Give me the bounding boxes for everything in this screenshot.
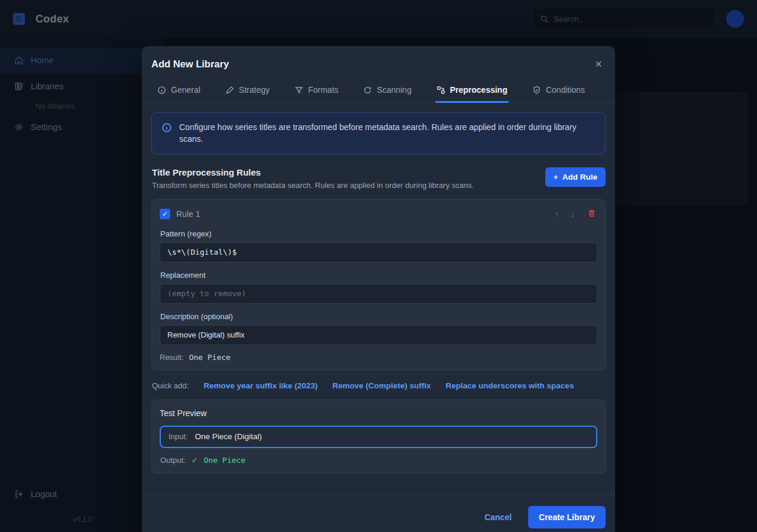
quick-add-complete-suffix[interactable]: Remove (Complete) suffix bbox=[332, 381, 431, 390]
replacement-label: Replacement bbox=[160, 271, 597, 280]
replacement-input[interactable] bbox=[160, 284, 597, 304]
modal-title: Add New Library bbox=[151, 59, 229, 70]
tab-label: General bbox=[171, 85, 200, 95]
quick-add-row: Quick add: Remove year suffix like (2023… bbox=[151, 381, 606, 390]
tab-scanning[interactable]: Scanning bbox=[362, 78, 412, 103]
tab-label: Strategy bbox=[239, 85, 270, 95]
result-value: One Piece bbox=[189, 353, 230, 362]
result-label: Result: bbox=[160, 353, 183, 362]
test-preview-title: Test Preview bbox=[160, 408, 597, 418]
quick-add-label: Quick add: bbox=[152, 381, 189, 390]
refresh-icon bbox=[363, 86, 372, 95]
info-circle-icon bbox=[157, 86, 166, 95]
description-input[interactable] bbox=[160, 325, 597, 345]
rule-enabled-checkbox[interactable]: ✓ bbox=[160, 209, 170, 219]
test-output-value: One Piece bbox=[204, 456, 245, 465]
cancel-button[interactable]: Cancel bbox=[477, 508, 519, 527]
test-preview-card: Test Preview Input: Output: ✓ One Piece bbox=[151, 400, 606, 473]
pencil-icon bbox=[225, 86, 234, 95]
tab-conditions[interactable]: Conditions bbox=[531, 78, 586, 103]
test-output-label: Output: bbox=[160, 456, 186, 465]
shield-icon bbox=[532, 86, 541, 95]
tab-general[interactable]: General bbox=[156, 78, 202, 103]
rule-title: Rule 1 bbox=[176, 209, 200, 219]
move-rule-down-icon[interactable]: ↓ bbox=[568, 208, 578, 220]
tab-label: Preprocessing bbox=[450, 85, 507, 95]
test-input[interactable] bbox=[195, 432, 588, 441]
add-rule-button[interactable]: + Add Rule bbox=[545, 167, 606, 187]
replace-icon bbox=[436, 86, 445, 95]
pattern-input[interactable] bbox=[160, 242, 597, 262]
tab-label: Formats bbox=[308, 85, 338, 95]
section-title: Title Preprocessing Rules bbox=[152, 167, 474, 177]
tab-strategy[interactable]: Strategy bbox=[224, 78, 271, 103]
create-library-button[interactable]: Create Library bbox=[528, 506, 606, 528]
description-label: Description (optional) bbox=[160, 312, 597, 321]
tab-preprocessing[interactable]: Preprocessing bbox=[435, 78, 509, 103]
rule-card: ✓ Rule 1 ↑ ↓ Pattern (regex) Replacement… bbox=[151, 199, 606, 370]
tab-label: Scanning bbox=[377, 85, 411, 95]
move-rule-up-icon[interactable]: ↑ bbox=[552, 208, 562, 220]
delete-rule-icon[interactable] bbox=[584, 207, 597, 221]
info-icon bbox=[161, 122, 172, 133]
tab-label: Conditions bbox=[546, 85, 585, 95]
check-icon: ✓ bbox=[192, 456, 198, 465]
section-subtitle: Transform series titles before metadata … bbox=[152, 181, 474, 190]
close-icon[interactable]: × bbox=[591, 57, 606, 71]
test-input-field[interactable]: Input: bbox=[160, 426, 597, 448]
modal-tabs: General Strategy Formats Scanning bbox=[142, 78, 615, 103]
pattern-label: Pattern (regex) bbox=[160, 229, 597, 238]
tab-formats[interactable]: Formats bbox=[293, 78, 339, 103]
add-library-modal: Add New Library × General Strategy Forma… bbox=[142, 46, 615, 532]
funnel-icon bbox=[295, 86, 303, 95]
quick-add-year-suffix[interactable]: Remove year suffix like (2023) bbox=[203, 381, 318, 390]
info-text: Configure how series titles are transfor… bbox=[179, 121, 596, 145]
quick-add-underscores[interactable]: Replace underscores with spaces bbox=[446, 381, 574, 390]
plus-icon: + bbox=[554, 173, 558, 181]
add-rule-label: Add Rule bbox=[562, 173, 597, 181]
info-banner: Configure how series titles are transfor… bbox=[151, 112, 606, 154]
test-input-label: Input: bbox=[169, 432, 188, 441]
